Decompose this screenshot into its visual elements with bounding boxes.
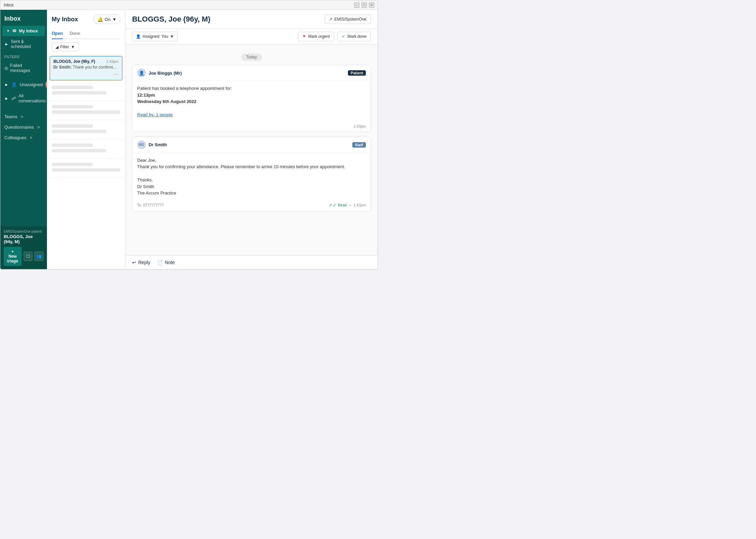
message-card-header-staff: MG Dr Smith Staff xyxy=(132,137,371,153)
mark-urgent-label: Mark urgent xyxy=(308,34,330,39)
close-button[interactable]: ✕ xyxy=(369,2,374,8)
staff-message-body: Dear Joe,Thank you for confirming your a… xyxy=(137,157,366,197)
appointment-date: Wednesday 6th August 2022 xyxy=(137,99,197,104)
patient-badge: Patient xyxy=(348,70,366,76)
bell-icon: 🔔 xyxy=(97,17,103,22)
sidebar-item-unassigned[interactable]: ► 👤 Unassigned 5 xyxy=(2,78,45,91)
chevron-right-icon: > xyxy=(21,114,23,119)
sidebar-item-my-inbox[interactable]: ▼ ✉ My Inbox xyxy=(2,26,45,36)
date-divider-text: Today xyxy=(241,53,261,61)
main-header: BLOGGS, Joe (96y, M) ↗ EMIS/SystemOne xyxy=(125,10,378,29)
conversation-time: 1:43pm xyxy=(106,59,119,63)
sent-scheduled-label: Sent & scheduled xyxy=(11,39,43,49)
middle-header: My Inbox 🔔 On ▼ Open Done xyxy=(47,10,125,39)
failed-messages-label: Failed messages xyxy=(10,63,43,73)
tab-done[interactable]: Done xyxy=(70,28,80,39)
conversation-item-active[interactable]: BLOGGS, Joe (96y, F) 1:43pm Dr Smith: Th… xyxy=(50,56,122,80)
sidebar-item-colleagues[interactable]: Colleagues > xyxy=(0,132,47,143)
check-icon: ✓ xyxy=(342,34,345,39)
filter-label: Filter xyxy=(60,45,69,49)
read-by-link[interactable]: Read by: 1 people xyxy=(137,112,173,117)
assigned-chevron-icon: ▼ xyxy=(170,34,174,39)
conversation-more-button[interactable]: ⋯ xyxy=(53,71,119,77)
skeleton-item-1 xyxy=(47,82,125,101)
toolbar-actions: ⚑ Mark urgent ✓ Mark done xyxy=(298,32,371,41)
reply-button[interactable]: ↩ Reply xyxy=(132,260,150,265)
sidebar-bottom-label: EMIS/SystemOne patient xyxy=(4,230,44,233)
message-footer-staff: To: 0777777777 ✓✓ Read • 1:43pm xyxy=(132,201,371,211)
app-window: Inbox − □ ✕ Inbox ▼ ✉ My Inbox ► Sent & … xyxy=(0,0,378,270)
patient-avatar: 👤 xyxy=(137,69,146,77)
message-body-line1: Patient has booked a telephone appointme… xyxy=(137,85,366,92)
assigned-button[interactable]: 👤 Assigned: You ▼ xyxy=(132,32,178,41)
message-card-staff: MG Dr Smith Staff Dear Joe,Thank you for… xyxy=(132,137,371,211)
reply-bar: ↩ Reply 📄 Note xyxy=(125,255,378,269)
staff-message-time: 1:43pm xyxy=(353,203,366,207)
sidebar-item-sent-scheduled[interactable]: ► Sent & scheduled xyxy=(0,36,47,52)
skeleton-item-2 xyxy=(47,101,125,120)
colleagues-label: Colleagues xyxy=(4,135,26,140)
message-sender-staff: MG Dr Smith xyxy=(137,140,167,149)
people-icon: 👤 xyxy=(11,82,17,87)
reply-label: Reply xyxy=(138,260,150,265)
staff-message-separator: • xyxy=(349,203,351,207)
middle-title-row: My Inbox 🔔 On ▼ xyxy=(52,15,120,24)
message-sender-patient: 👤 Joe Bloggs (Mr) xyxy=(137,69,182,77)
notification-button[interactable]: 🔔 On ▼ xyxy=(94,15,120,24)
chevron-right-icon: ► xyxy=(4,42,9,47)
notification-chevron-icon: ▼ xyxy=(112,17,117,22)
skeleton-line xyxy=(52,91,106,95)
sidebar-item-all-conversations[interactable]: ► ☍ All conversations xyxy=(2,91,45,106)
conversation-preview-text: Thank you for confirming your att... xyxy=(73,65,119,70)
skeleton-line xyxy=(52,130,106,133)
add-person-icon-button[interactable]: 👥 xyxy=(34,252,44,261)
window-controls: − □ ✕ xyxy=(354,2,374,8)
skeleton-item-3 xyxy=(47,120,125,139)
sidebar-item-failed-messages[interactable]: ◎ Failed messages xyxy=(0,60,47,76)
message-time-patient: 1:43pm xyxy=(353,124,366,128)
chevron-right-icon: ► xyxy=(4,96,9,101)
chevron-right-icon: > xyxy=(30,135,32,140)
filter-chevron-icon: ▼ xyxy=(71,45,75,49)
skeleton-line xyxy=(52,110,120,114)
sidebar-item-questionnaires[interactable]: Questionnaires > xyxy=(0,122,47,132)
conversation-header: BLOGGS, Joe (96y, F) 1:43pm xyxy=(53,59,119,64)
sidebar-my-inbox-label: My Inbox xyxy=(19,28,38,33)
window-title: Inbox xyxy=(4,3,14,7)
staff-avatar: MG xyxy=(137,140,146,149)
open-external-icon-button[interactable]: ☐ xyxy=(24,252,33,261)
tabs: Open Done xyxy=(52,28,120,39)
sidebar-item-teams[interactable]: Teams > xyxy=(0,111,47,122)
note-button[interactable]: 📄 Note xyxy=(157,260,175,265)
main-panel: BLOGGS, Joe (96y, M) ↗ EMIS/SystemOne 👤 … xyxy=(125,10,378,269)
read-status: ✓✓ Read xyxy=(329,203,347,208)
mark-urgent-button[interactable]: ⚑ Mark urgent xyxy=(298,32,334,41)
skeleton-line xyxy=(52,124,93,128)
filter-row: ◢ Filter ▼ xyxy=(47,39,125,55)
chevron-right-icon: ► xyxy=(4,82,9,87)
filter-icon: ◎ xyxy=(4,66,8,71)
tab-open[interactable]: Open xyxy=(52,28,63,39)
inbox-icon: ✉ xyxy=(12,28,16,33)
mark-done-button[interactable]: ✓ Mark done xyxy=(337,32,371,41)
chevron-right-icon: > xyxy=(37,125,40,130)
minimize-button[interactable]: − xyxy=(354,2,359,8)
new-triage-button[interactable]: + New triage xyxy=(4,247,22,266)
questionnaires-label: Questionnaires xyxy=(4,125,34,130)
person-icon: 👤 xyxy=(136,34,141,39)
middle-panel-title: My Inbox xyxy=(52,16,78,23)
skeleton-item-5 xyxy=(47,159,125,178)
maximize-button[interactable]: □ xyxy=(361,2,367,8)
assigned-label: Assigned: You xyxy=(143,34,168,39)
date-divider: Today xyxy=(132,54,371,59)
reply-icon: ↩ xyxy=(132,260,136,265)
double-check-icon: ✓✓ xyxy=(329,203,336,208)
skeleton-line xyxy=(52,144,93,147)
sidebar-bottom-actions: + New triage ☐ 👥 xyxy=(4,247,44,266)
emis-label: EMIS/SystemOne xyxy=(334,17,367,22)
note-icon: 📄 xyxy=(157,260,163,265)
skeleton-item-4 xyxy=(47,139,125,159)
filter-button[interactable]: ◢ Filter ▼ xyxy=(52,43,79,51)
message-card-patient: 👤 Joe Bloggs (Mr) Patient Patient has bo… xyxy=(132,65,371,132)
emis-link[interactable]: ↗ EMIS/SystemOne xyxy=(325,15,371,24)
